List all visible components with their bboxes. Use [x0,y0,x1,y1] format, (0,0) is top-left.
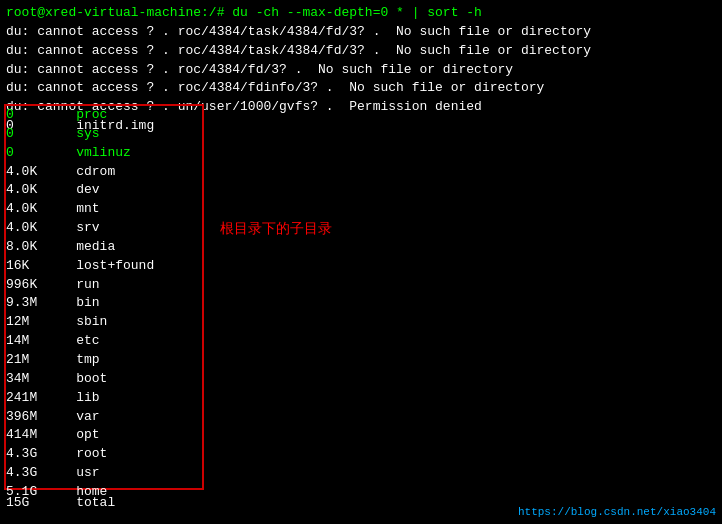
list-item: 0 proc [6,106,154,125]
list-item: 396M var [6,408,154,427]
error-line-2: du: cannot access ? . roc/4384/task/4384… [6,42,716,61]
red-label: 根目录下的子目录 [220,220,332,238]
error-line-4: du: cannot access ? . roc/4384/fdinfo/3?… [6,79,716,98]
total-line: 15G total [6,495,115,510]
list-item: 0 sys [6,125,154,144]
list-item: 16K lost+found [6,257,154,276]
list-item: 4.0K cdrom [6,163,154,182]
boxed-entries: 0 proc0 sys0 vmlinuz4.0K cdrom4.0K dev4.… [6,106,154,502]
list-item: 241M lib [6,389,154,408]
list-item: 4.3G usr [6,464,154,483]
list-item: 414M opt [6,426,154,445]
list-item: 4.3G root [6,445,154,464]
list-item: 4.0K dev [6,181,154,200]
list-item: 12M sbin [6,313,154,332]
watermark: https://blog.csdn.net/xiao3404 [518,506,716,518]
error-line-1: du: cannot access ? . roc/4384/task/4384… [6,23,716,42]
error-line-3: du: cannot access ? . roc/4384/fd/3? . N… [6,61,716,80]
list-item: 9.3M bin [6,294,154,313]
list-item: 996K run [6,276,154,295]
list-item: 4.0K mnt [6,200,154,219]
list-item: 34M boot [6,370,154,389]
list-item: 8.0K media [6,238,154,257]
list-item: 4.0K srv [6,219,154,238]
list-item: 21M tmp [6,351,154,370]
prompt-line: root@xred-virtual-machine:/# du -ch --ma… [6,4,716,23]
list-item: 14M etc [6,332,154,351]
list-item: 0 vmlinuz [6,144,154,163]
